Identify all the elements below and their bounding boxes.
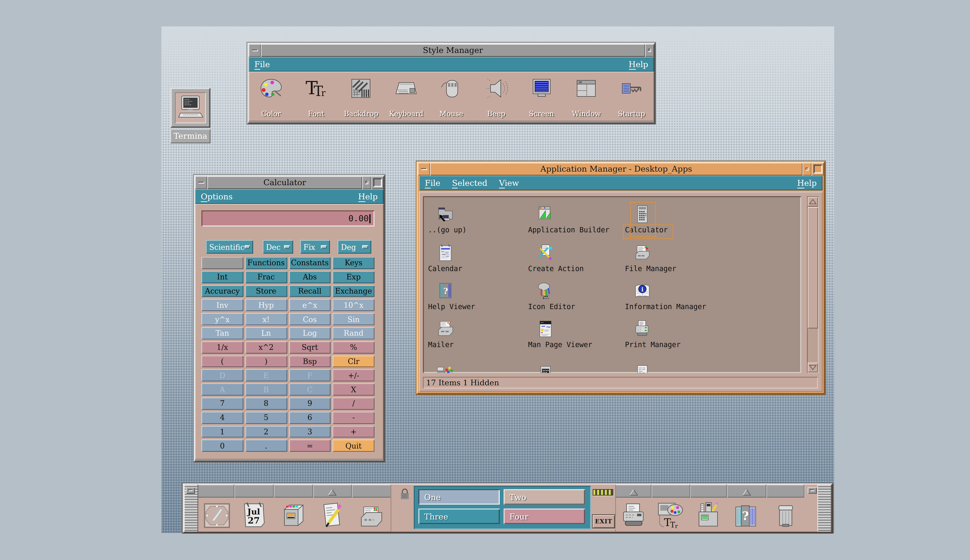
app-item-help-viewer[interactable]: ?Help Viewer <box>428 282 475 311</box>
mode-button-scientific[interactable]: Scientific <box>206 240 253 253</box>
menu-selected[interactable]: Selected <box>446 178 493 188</box>
calc-key-4[interactable]: 4 <box>201 412 243 424</box>
calc-key-6[interactable]: 6 <box>289 412 331 424</box>
calc-key-quit[interactable]: Quit <box>333 440 374 452</box>
lock-icon[interactable] <box>398 487 411 505</box>
mode-button-dec[interactable]: Dec <box>263 240 293 253</box>
panel-iconify-button-left[interactable] <box>186 487 195 494</box>
calc-key-sin[interactable]: Sin <box>333 313 374 325</box>
calc-key-c[interactable]: C <box>289 383 331 395</box>
app-item-man-page-viewer[interactable]: nwMan Page Viewer <box>528 319 592 349</box>
calc-key-keys[interactable]: Keys <box>333 257 374 269</box>
app-item-mailer[interactable]: Mailer <box>428 319 455 349</box>
calc-key-hyp[interactable]: Hyp <box>245 299 287 311</box>
calc-key-+[interactable]: + <box>333 426 374 438</box>
calc-key-constants[interactable]: Constants <box>289 257 331 269</box>
minimize-button[interactable] <box>418 163 430 176</box>
workspace-button-two[interactable]: Two <box>504 489 585 505</box>
calc-key-cos[interactable]: Cos <box>289 313 331 325</box>
calc-key-ln[interactable]: Ln <box>245 327 287 339</box>
app-item-partial[interactable] <box>625 364 652 373</box>
subpanel-arrow-text-editor[interactable] <box>327 487 337 494</box>
panel-handle-right[interactable] <box>817 485 831 532</box>
panel-control-printer[interactable] <box>616 499 651 532</box>
vertical-scrollbar[interactable] <box>807 196 819 373</box>
calc-key--[interactable]: - <box>333 412 374 424</box>
calc-key-bsp[interactable]: Bsp <box>289 355 331 367</box>
calc-key-0[interactable]: 0 <box>201 440 243 452</box>
panel-control-style-manager[interactable]: TTr <box>651 499 690 532</box>
style-manager-item-mouse[interactable]: Mouse <box>429 72 474 121</box>
calc-key-exp[interactable]: Exp <box>333 271 374 283</box>
calc-key-.[interactable]: . <box>245 440 287 452</box>
workspace-button-three[interactable]: Three <box>418 508 499 524</box>
menu-options[interactable]: Options <box>195 192 239 201</box>
calc-key-5[interactable]: 5 <box>245 412 287 424</box>
calc-key-frac[interactable]: Frac <box>245 271 287 283</box>
menu-help[interactable]: Help <box>623 59 654 69</box>
calc-key-10x[interactable]: 10^x <box>333 299 374 311</box>
calc-key-1/x[interactable]: 1/x <box>201 341 243 353</box>
calc-key-x[interactable]: X <box>333 383 374 395</box>
minimize-button[interactable] <box>195 176 207 189</box>
mode-button-deg[interactable]: Deg <box>337 240 371 253</box>
calc-key-3[interactable]: 3 <box>289 426 331 438</box>
calc-key-7[interactable]: 7 <box>201 398 243 410</box>
scroll-up-button[interactable] <box>808 197 818 207</box>
calc-key-yx[interactable]: y^x <box>201 313 243 325</box>
panel-control-clock[interactable] <box>199 499 234 532</box>
calc-key-1[interactable]: 1 <box>201 426 243 438</box>
panel-iconify-button-right[interactable] <box>808 487 817 494</box>
app-item-partial[interactable] <box>528 364 555 373</box>
style-manager-item-font[interactable]: TTrFont <box>294 72 339 121</box>
calc-key-)[interactable]: ) <box>245 355 287 367</box>
calc-key-store[interactable]: Store <box>245 285 287 297</box>
window-menu-button[interactable] <box>362 176 371 189</box>
panel-control-help[interactable]: ? <box>726 499 766 532</box>
calc-key-x![interactable]: x! <box>245 313 287 325</box>
terminal-minimized-icon[interactable]: Termina <box>170 88 210 143</box>
app-item-calculator[interactable]: Calculator <box>625 205 668 234</box>
workspace-button-four[interactable]: Four <box>504 508 585 524</box>
panel-control-text-editor[interactable] <box>312 499 351 532</box>
calc-key-x2[interactable]: x^2 <box>245 341 287 353</box>
calc-key-ex[interactable]: e^x <box>289 299 331 311</box>
calc-key-exchange[interactable]: Exchange <box>333 285 374 297</box>
menu-help[interactable]: Help <box>791 178 823 188</box>
style-manager-item-keyboard[interactable]: Keyboard <box>384 72 429 121</box>
calc-key-=[interactable]: = <box>289 440 331 452</box>
style-manager-item-beep[interactable]: Beep <box>474 72 519 121</box>
menu-file[interactable]: File <box>249 59 275 69</box>
window-menu-button[interactable] <box>645 44 654 57</box>
minimize-button[interactable] <box>249 44 261 57</box>
app-item-print-manager[interactable]: Print Manager <box>625 319 681 349</box>
style-manager-item-startup[interactable]: Startup <box>609 72 654 121</box>
calc-key-clr[interactable]: Clr <box>333 355 374 367</box>
app-item-application-builder[interactable]: Application Builder <box>528 205 609 234</box>
calc-key-9[interactable]: 9 <box>289 398 331 410</box>
calc-key-abs[interactable]: Abs <box>289 271 331 283</box>
calc-key-+/-[interactable]: +/- <box>333 369 374 382</box>
app-item-partial[interactable] <box>428 364 455 373</box>
calc-key-f[interactable]: F <box>289 369 331 382</box>
style-manager-titlebar[interactable]: Style Manager <box>249 44 654 57</box>
style-manager-item-window[interactable]: Window <box>564 72 609 121</box>
calc-key-2[interactable]: 2 <box>245 426 287 438</box>
calc-key-accuracy[interactable]: Accuracy <box>201 285 243 297</box>
panel-control-calendar[interactable]: Jul27 <box>234 499 273 532</box>
panel-control-trash[interactable] <box>766 499 805 532</box>
subpanel-arrow-help[interactable] <box>741 487 751 494</box>
menu-file[interactable]: File <box>419 178 446 188</box>
calc-key-int[interactable]: Int <box>201 271 243 283</box>
calc-key-inv[interactable]: Inv <box>201 299 243 311</box>
workspace-button-one[interactable]: One <box>418 489 499 505</box>
calc-key-d[interactable]: D <box>201 369 243 382</box>
panel-control-mail[interactable] <box>351 499 391 532</box>
calc-key-%[interactable]: % <box>333 341 374 353</box>
calc-key-log[interactable]: Log <box>289 327 331 339</box>
exit-button[interactable]: EXIT <box>592 514 615 528</box>
calc-key-([interactable]: ( <box>201 355 243 367</box>
maximize-button[interactable] <box>371 176 384 189</box>
calc-key-e[interactable]: E <box>245 369 287 382</box>
scroll-down-button[interactable] <box>808 363 818 372</box>
